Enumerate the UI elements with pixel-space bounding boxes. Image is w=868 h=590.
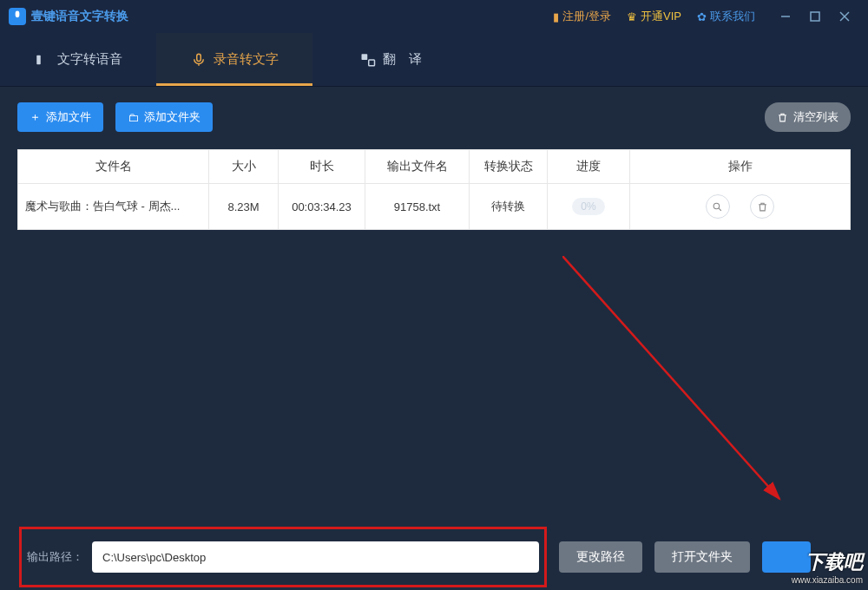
titlebar-left: 壹键语音文字转换 [9,8,128,25]
content-area: ＋ 添加文件 🗀 添加文件夹 清空列表 文件名 大小 时长 输出文件名 转换状态… [0,87,868,230]
tab-translate-label: 翻 译 [383,51,422,68]
titlebar-right: ▮ 注册/登录 ♛ 开通VIP ✿ 联系我们 [553,3,859,30]
th-progress: 进度 [548,150,630,184]
table-header-row: 文件名 大小 时长 输出文件名 转换状态 进度 操作 [18,150,851,184]
tab-tts-label: 文字转语音 [57,51,122,68]
clear-list-label: 清空列表 [793,109,838,125]
add-file-label: 添加文件 [46,109,91,125]
progress-pill: 0% [572,198,604,215]
th-status: 转换状态 [470,150,548,184]
view-button[interactable] [706,194,730,219]
cell-status: 待转换 [470,184,548,230]
tab-stt-label: 录音转文字 [214,51,279,68]
plus-icon: ＋ [30,109,41,125]
magnify-icon [712,201,723,213]
add-folder-label: 添加文件夹 [144,109,201,125]
th-duration: 时长 [279,150,365,184]
add-folder-button[interactable]: 🗀 添加文件夹 [115,102,213,132]
cell-filename: 魔术与歌曲：告白气球 - 周杰... [18,184,209,230]
clear-list-button[interactable]: 清空列表 [765,102,851,132]
th-output: 输出文件名 [365,150,470,184]
output-path-input[interactable] [92,541,539,573]
maximize-button[interactable] [800,3,830,30]
minimize-button[interactable] [771,3,800,30]
cell-duration: 00:03:34.23 [279,184,365,230]
bookmark-icon: ▮ [553,10,559,23]
cell-progress: 0% [548,184,630,230]
table-row[interactable]: 魔术与歌曲：告白气球 - 周杰... 8.23M 00:03:34.23 917… [18,184,851,230]
crown-icon: ♛ [627,10,637,23]
register-link[interactable]: ▮ 注册/登录 [553,9,611,24]
close-button[interactable] [830,3,859,30]
trash-icon [777,112,788,123]
output-path-group: 输出路径： [19,527,547,587]
window-controls [771,3,859,30]
cell-output: 91758.txt [365,184,470,230]
svg-point-8 [713,203,720,209]
convert-button[interactable] [762,541,811,573]
bottombar: 输出路径： 更改路径 打开文件夹 [0,524,868,590]
delete-button[interactable] [750,194,774,219]
toolbar: ＋ 添加文件 🗀 添加文件夹 清空列表 [17,102,851,132]
add-file-button[interactable]: ＋ 添加文件 [17,102,103,132]
tab-tts[interactable]: 文字转语音 [0,33,156,86]
svg-line-9 [719,208,721,211]
file-table: 文件名 大小 时长 输出文件名 转换状态 进度 操作 魔术与歌曲：告白气球 - … [17,149,851,230]
open-folder-button[interactable]: 打开文件夹 [654,541,750,573]
gear-icon: ✿ [697,10,707,23]
svg-rect-4 [36,55,41,64]
tabbar: 文字转语音 录音转文字 翻 译 [0,33,868,87]
folder-icon: 🗀 [128,111,139,124]
vip-link[interactable]: ♛ 开通VIP [627,9,681,24]
cell-action [630,184,851,230]
output-path-label: 输出路径： [27,549,83,565]
app-logo [9,8,26,25]
contact-label: 联系我们 [710,9,755,24]
translate-icon [360,52,376,68]
svg-rect-7 [368,60,374,66]
register-label: 注册/登录 [562,9,611,24]
vip-label: 开通VIP [641,9,681,24]
app-title: 壹键语音文字转换 [31,9,128,24]
th-action: 操作 [630,150,851,184]
annotation-arrow [562,256,823,516]
svg-rect-5 [196,54,201,61]
svg-rect-1 [811,12,819,21]
trash-icon [757,201,768,213]
contact-link[interactable]: ✿ 联系我们 [697,9,755,24]
th-size: 大小 [209,150,279,184]
tab-stt[interactable]: 录音转文字 [156,33,312,86]
cell-size: 8.23M [209,184,279,230]
change-path-button[interactable]: 更改路径 [559,541,642,573]
svg-line-10 [562,256,779,499]
th-filename: 文件名 [18,150,209,184]
svg-rect-6 [361,54,367,60]
tab-translate[interactable]: 翻 译 [312,33,469,86]
titlebar: 壹键语音文字转换 ▮ 注册/登录 ♛ 开通VIP ✿ 联系我们 [0,0,868,33]
tts-icon [35,52,50,68]
mic-icon [191,52,207,68]
